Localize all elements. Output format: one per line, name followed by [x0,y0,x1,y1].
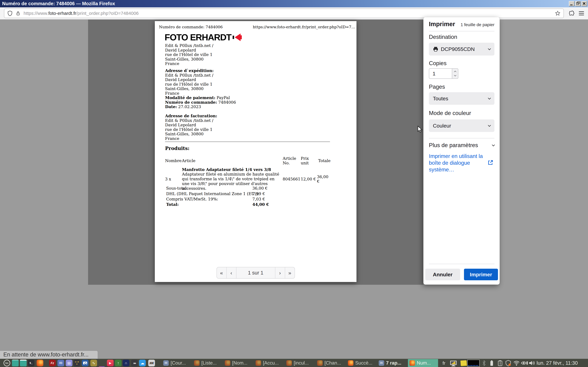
copies-input[interactable]: 1 [429,68,452,79]
window-controls [569,1,587,6]
file-manager-icon[interactable] [20,360,27,366]
connector-tool-icon[interactable]: ∿ [90,360,97,366]
taskbar-window-firefox[interactable]: [Nom... [223,359,253,367]
window-titlebar[interactable]: Numéro de commande: 7484006 — Mozilla Fi… [0,0,588,7]
firefox-icon[interactable] [37,360,43,366]
mouse-cursor [417,126,424,134]
audio-player-icon[interactable]: ∩ [123,360,130,366]
taskbar-window-firefox[interactable]: [Accu... [254,359,284,367]
shipping-row: DHL (DHL Paquet International Zone 1 (EU… [166,192,259,196]
taskbar-window-mail[interactable]: [Cour... [162,359,192,367]
filezilla-icon[interactable]: Fz [49,360,56,366]
more-settings-toggle[interactable]: Plus de paramètres [429,142,494,149]
logo-text: FOTO ERHARDT [164,32,231,42]
clock[interactable]: lun. 27 févr., 11:30 [536,359,578,367]
page-indicator: 1 sur 1 [236,267,275,278]
shipping-address-block: Adresse d`expédition: Edit & P0llux /tnt… [165,68,236,109]
copies-stepper[interactable] [452,68,458,79]
dialog-header: Imprimer 1 feuille de papier [429,21,494,27]
taskbar-window-mail[interactable]: 7 rap... [377,359,407,367]
cloud-app-icon[interactable]: ☁ [139,360,146,366]
mint-menu-icon[interactable]: lm [3,360,10,366]
lock-icon[interactable] [16,10,20,16]
pages-select[interactable]: Toutes [429,92,494,105]
taskbar-window-firefox[interactable]: [Chan... [316,359,346,367]
chevron-down-icon [488,124,491,127]
show-desktop-icon[interactable] [12,360,19,366]
destination-value: DCP9055CDN [441,46,475,52]
tracking-protection-icon[interactable] [7,10,13,16]
browser-toolbar: https://www.foto-erhardt.fr/print_order.… [0,7,588,20]
logo-arrow-icon [233,32,242,42]
product-name: Manfrotto Adaptateur fileté 1/4 vers 3/8 [182,167,282,172]
video-editor-icon[interactable]: »» [131,360,138,366]
update-manager-icon[interactable]: ↑ [115,360,121,366]
sticky-notes-icon[interactable] [460,360,467,366]
window-title: Numéro de commande: 7484006 — Mozilla Fi… [2,0,115,7]
terminal-icon[interactable]: $_ [28,360,35,366]
clipboard-icon[interactable] [498,360,502,366]
volume-icon[interactable] [528,360,535,366]
print-button[interactable]: Imprimer [464,269,498,280]
customer-address: Edit & P0llux /tntb.net / David Lepolard… [165,43,213,66]
subtotal-row: Sous-total:36,00 € [166,186,188,191]
keyboard-layout-indicator[interactable]: fr [442,360,445,366]
taskbar-window-active[interactable]: Num... [408,359,438,367]
system-dialog-link[interactable]: Imprimer en utilisant la boîte de dialog… [429,153,489,173]
menu-icon[interactable] [579,11,584,15]
theme-tool-icon[interactable] [98,366,105,367]
color-mode-value: Couleur [433,123,451,129]
last-page-button[interactable]: » [285,267,295,278]
media-player-icon[interactable]: ▶ [107,360,114,366]
restore-icon [576,2,579,5]
nvidia-icon[interactable] [521,360,528,366]
firefox-icon [194,360,199,366]
firefox-icon [286,360,292,366]
cancel-button[interactable]: Annuler [425,269,460,280]
wifi-icon[interactable] [513,360,520,366]
taskbar: lm $_ Fz ✉ ▤ +−×= ∿ ▶ ↑ ∩ »» ☁ XX [Cour.… [0,359,588,367]
mail-icon[interactable]: ✉ [57,360,64,366]
window-preview-thumbnail[interactable] [467,360,480,367]
shield-update-icon[interactable] [505,360,511,366]
color-mode-label: Mode de couleur [429,110,471,116]
minimize-button[interactable] [569,1,575,6]
destination-label: Destination [429,34,457,40]
close-button[interactable] [581,1,587,6]
bluetooth-icon[interactable] [482,360,486,366]
extensions-icon[interactable] [568,10,575,16]
bookmark-star-icon[interactable] [555,10,561,16]
restore-button[interactable] [575,1,581,6]
text-editor-icon[interactable]: ▤ [66,360,72,366]
minimize-icon [570,5,572,5]
dialog-title: Imprimer [429,21,455,27]
pages-value: Toutes [433,96,448,101]
next-page-button[interactable]: › [275,267,285,278]
thunderbird-icon [379,360,384,366]
taskbar-window-firefox[interactable]: [Liste... [192,359,223,367]
taskbar-window-firefox[interactable]: [incul... [285,359,315,367]
order-line: Numéro de commande: 7484006 [165,100,236,105]
page-navigation: « ‹ 1 sur 1 › » [216,267,295,279]
screen-ruler-icon[interactable] [450,360,457,367]
sheets-count: 1 feuille de papier [461,22,494,27]
color-mode-select[interactable]: Couleur [429,119,494,132]
url-bar[interactable]: https://www.foto-erhardt.fr/print_order.… [4,8,564,18]
screenshot-icon[interactable] [82,360,88,366]
dialog-buttons: Annuler Imprimer [425,269,498,280]
products-heading: Produits: [165,146,190,151]
firefox-icon [256,360,261,366]
destination-select[interactable]: DCP9055CDN [429,43,494,56]
previous-page-button[interactable]: ‹ [226,267,236,278]
vat-row: Compris VAT/MwSt. 19%:7,03 € [166,197,218,201]
doc-header-right: https://www.foto-erhardt.fr/print_order.… [253,25,355,29]
taskbar-window-firefox[interactable]: Succè... [346,359,377,367]
products-table: Nombre Article Article No. Prix unit Tot… [165,156,329,191]
chevron-down-icon [454,74,456,76]
mkvtoolnix-icon[interactable]: XX [148,360,155,366]
first-page-button[interactable]: « [217,267,226,278]
date-line: Date: 27.02.2023 [165,105,236,109]
calculator-icon[interactable]: +−×= [73,360,80,366]
battery-icon[interactable] [490,360,494,366]
shipping-heading: Adresse d`expédition: [165,68,236,73]
